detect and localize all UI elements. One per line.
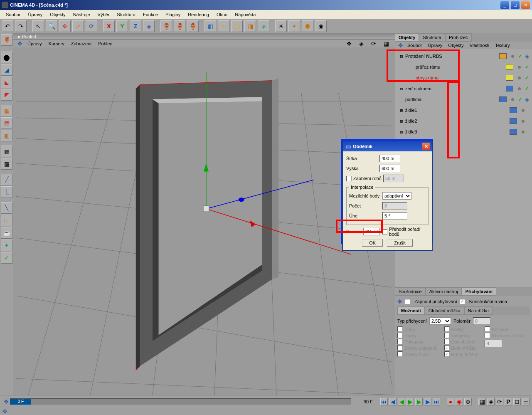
enabled-tick-icon[interactable]: ✓ — [517, 97, 524, 102]
key-opt4-icon[interactable]: ⊡ — [513, 398, 521, 405]
snap-opt[interactable]: Polygony — [397, 339, 438, 344]
sb-target-icon[interactable]: ✥ — [2, 408, 7, 415]
width-input[interactable] — [379, 155, 400, 162]
menu-pluginy[interactable]: Pluginy — [162, 11, 184, 18]
prev-key-icon[interactable]: ◀ — [389, 398, 397, 405]
visibility-dots[interactable] — [515, 87, 523, 90]
zoom-icon[interactable]: 🔍 — [46, 20, 57, 32]
tl-target-icon[interactable]: ✥ — [2, 398, 10, 405]
menu-funkce[interactable]: Funkce — [140, 11, 161, 18]
play-icon[interactable]: ▶ — [406, 398, 414, 405]
enabled-tick-icon[interactable]: ✓ — [517, 54, 524, 59]
cancel-button[interactable]: Zrušit — [387, 239, 413, 247]
plane-select[interactable]: ZY — [363, 228, 380, 235]
object-name[interactable]: průřez rámu — [415, 64, 504, 69]
modeling-icon[interactable]: ◨ — [244, 20, 256, 32]
enabled-tick-icon[interactable]: ✓ — [523, 86, 530, 91]
object-name[interactable]: Protažení NURBS — [404, 54, 498, 59]
om-target-icon[interactable]: ✥ — [397, 41, 404, 49]
autokey-icon[interactable]: ◉ — [456, 398, 463, 405]
snap-type-select[interactable]: 2.5D — [429, 317, 451, 325]
visibility-dots[interactable] — [519, 109, 527, 112]
cursor-icon[interactable]: ↖ — [32, 20, 44, 32]
object-row[interactable]: ⊞zeď s oknem✓ — [397, 83, 530, 94]
visibility-dots[interactable] — [515, 66, 523, 69]
redo-button[interactable]: ↷ — [15, 20, 27, 32]
key-opt2-icon[interactable]: ◈ — [487, 398, 495, 405]
vp-nav1-icon[interactable]: ✥ — [343, 40, 355, 48]
enable-snap-checkbox[interactable] — [405, 299, 410, 304]
tool4-icon[interactable]: ◫ — [1, 215, 12, 226]
expand-icon[interactable]: ⊟ — [399, 54, 404, 59]
dialog-close-button[interactable]: ✕ — [422, 143, 430, 150]
object-row[interactable]: podlaha✓◈ — [397, 94, 530, 105]
menu-nápověda[interactable]: Nápověda — [232, 11, 259, 18]
snap-opt[interactable]: Křivková mřížka — [485, 333, 524, 338]
expand-icon[interactable]: ⊞ — [399, 129, 404, 135]
tool3-icon[interactable]: ╲ — [1, 202, 12, 214]
menu-nástroje[interactable]: Nástroje — [70, 11, 94, 18]
coord-system-icon[interactable]: ◈ — [143, 20, 155, 32]
rounding-checkbox[interactable] — [346, 176, 352, 181]
light-icon[interactable]: ☀ — [275, 20, 287, 32]
goto-start-icon[interactable]: ⏮ — [380, 398, 388, 405]
camera-icon[interactable]: ◉ — [315, 20, 327, 32]
object-row[interactable]: ⊞židle3 — [397, 126, 530, 137]
bottom-tab-0[interactable]: Souřadnice — [395, 287, 426, 296]
axis-y-icon[interactable]: Y — [116, 20, 128, 32]
obj-tab-objekty[interactable]: Objekty — [395, 33, 419, 42]
constr-plane-checkbox[interactable]: ✓ — [460, 299, 465, 304]
object-name[interactable]: židle1 — [404, 108, 508, 113]
menu-výběr[interactable]: Výběr — [94, 11, 113, 18]
enabled-tick-icon[interactable]: ✓ — [523, 64, 530, 70]
viewport[interactable]: ● Pohled ✥ ÚpravyKameryZobrazeníPohled ✥… — [13, 33, 395, 395]
key-opt5-icon[interactable]: ▭ — [522, 398, 530, 405]
tool1-icon[interactable]: ╱ — [1, 174, 12, 185]
snap-opt[interactable]: Středy polygonů — [397, 345, 438, 351]
menu-úpravy[interactable]: Úpravy — [25, 11, 46, 18]
maximize-button[interactable]: □ — [510, 1, 520, 9]
render-settings-icon[interactable]: 🏺 — [187, 20, 199, 32]
texture-icon[interactable]: ▦ — [1, 105, 12, 116]
key-opt1-icon[interactable]: ▦ — [478, 398, 486, 405]
next-frame-icon[interactable]: ▶ — [415, 398, 423, 405]
object-name[interactable]: židle2 — [404, 119, 508, 124]
bottom-tab-1[interactable]: Aktivní nástroj — [426, 287, 462, 296]
prev-frame-icon[interactable]: ◀ — [398, 398, 405, 405]
scene-icon[interactable]: ◈ — [258, 20, 269, 32]
snap-opt[interactable]: Středy hran — [397, 351, 438, 357]
goto-end-icon[interactable]: ⏭ — [433, 398, 440, 405]
object-name[interactable]: podlaha — [404, 97, 498, 102]
vp-target-icon[interactable]: ✥ — [16, 40, 24, 48]
visibility-dots[interactable] — [508, 55, 517, 58]
snap-opt[interactable]: Hrany — [397, 333, 438, 338]
midpoints-select[interactable]: adaptivní — [382, 192, 411, 200]
render-picture-icon[interactable]: 🏺 — [174, 20, 185, 32]
timeline-track[interactable]: 0 F — [10, 398, 351, 405]
axis-z-icon[interactable]: Z — [130, 20, 141, 32]
vp-nav4-icon[interactable]: ▦ — [380, 40, 392, 48]
key-pos-icon[interactable]: ⊕ — [464, 398, 472, 405]
vp-nav2-icon[interactable]: ◈ — [356, 40, 367, 48]
tool7-icon[interactable]: ✓ — [1, 252, 12, 264]
animation-icon[interactable]: ▥ — [1, 130, 12, 141]
snap-opt[interactable]: ✓Body mřížky — [444, 345, 478, 351]
snap-opt[interactable]: ✓Hrany mřížky — [444, 351, 478, 357]
undo-button[interactable]: ↶ — [2, 20, 13, 32]
viewport-canvas[interactable] — [13, 47, 395, 395]
ok-button[interactable]: OK — [362, 239, 383, 247]
bottom-subtab-2[interactable]: Na mřížku — [464, 306, 493, 315]
bottom-subtab-0[interactable]: Možnosti — [397, 306, 425, 315]
menu-okno[interactable]: Okno — [213, 11, 231, 18]
bottom-tab-2[interactable]: Přichytávání — [462, 287, 496, 296]
tool2-icon[interactable]: ⎿ — [1, 186, 12, 198]
close-button[interactable]: ✕ — [521, 1, 530, 9]
particle-icon[interactable]: ✦ — [288, 20, 300, 32]
tag-icon[interactable]: ◈ — [524, 53, 530, 59]
snap-opt[interactable]: Body — [397, 326, 438, 332]
record-icon[interactable]: ● — [447, 398, 454, 405]
menu-soubor[interactable]: Soubor — [2, 11, 24, 18]
check1-icon[interactable]: ▩ — [1, 146, 12, 157]
obj-tab-prohlížeč[interactable]: Prohlížeč — [445, 33, 472, 42]
rotate-icon[interactable]: ⟳ — [86, 20, 97, 32]
